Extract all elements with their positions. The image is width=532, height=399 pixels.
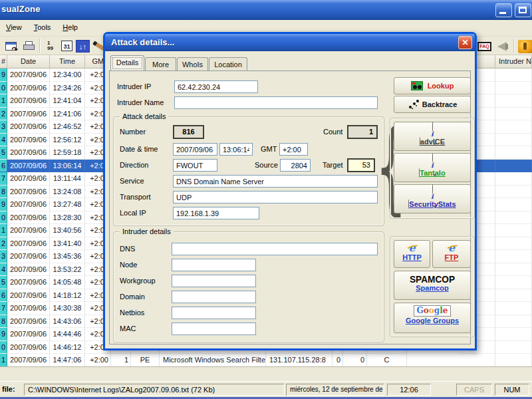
service-field[interactable] <box>173 175 378 188</box>
cell-c3: C <box>367 354 407 367</box>
cell-iname <box>495 263 532 277</box>
number-label: Number <box>120 126 146 138</box>
column-header-time[interactable]: Time <box>50 55 85 68</box>
lookup-button[interactable]: Lookup <box>394 77 471 94</box>
local-ip-field[interactable] <box>173 207 259 219</box>
calendar-button[interactable]: 31 <box>59 38 74 54</box>
cell-time: 12:46:52 <box>50 120 85 134</box>
direction-field[interactable] <box>173 159 217 172</box>
cell-num: 3 <box>0 120 7 134</box>
http-button[interactable]: e HTTP <box>394 240 430 268</box>
gmt-field[interactable] <box>279 143 308 156</box>
intruder-ip-label: Intruder IP <box>117 80 151 93</box>
mac-field[interactable] <box>172 323 256 335</box>
source-port-field[interactable] <box>280 159 311 172</box>
transport-label: Transport <box>120 191 151 203</box>
domain-field[interactable] <box>172 291 256 303</box>
cell-iname <box>495 108 532 121</box>
cell-time: 13:24:08 <box>50 186 85 199</box>
cell-num: 3 <box>0 250 7 263</box>
cell-c1: 0 <box>332 354 343 367</box>
service-label: Service <box>120 175 144 188</box>
google-groups-label: Google Groups <box>406 317 459 325</box>
tab-more[interactable]: More <box>145 57 176 71</box>
cell-num: 1 <box>0 224 7 237</box>
statusbar: file: C:\WINDOWS\Internet Logs\ZALog2007… <box>0 381 532 397</box>
sort-order-button[interactable]: ↓↑ <box>74 38 90 54</box>
app-title: sualZone <box>1 4 41 14</box>
print-button[interactable] <box>21 38 37 54</box>
cell-date: 2007/09/06 <box>7 289 50 303</box>
attack-details-group-label: Attack details <box>120 112 168 121</box>
column-header-iname[interactable]: Intruder Name <box>495 55 532 68</box>
cell-num: 1 <box>0 354 7 367</box>
cell-date: 2007/09/06 <box>7 160 50 173</box>
dns-field[interactable] <box>172 243 378 255</box>
minimize-button[interactable] <box>495 3 512 17</box>
target-port-value: 53 <box>347 158 375 172</box>
column-header-date[interactable]: Date <box>7 55 50 68</box>
tab-details[interactable]: Details <box>110 55 144 71</box>
dialog-title: Attack details... <box>111 37 174 47</box>
attack-date-field[interactable] <box>173 143 217 156</box>
print-icon <box>23 41 35 51</box>
alert-button[interactable] <box>517 38 532 54</box>
status-date: miércoles, 12 de septiembre de 2007 <box>286 384 384 396</box>
cell-time: 13:11:44 <box>50 172 85 186</box>
cell-time: 14:05:48 <box>50 276 85 289</box>
menu-tools[interactable]: Tools <box>28 20 57 37</box>
spamcop-button[interactable]: SPAMCOP Spamcop <box>394 271 471 300</box>
cell-date: 2007/09/06 <box>7 276 50 289</box>
workgroup-field[interactable] <box>172 275 256 287</box>
announce-button[interactable] <box>495 38 511 54</box>
cell-time: 14:47:06 <box>50 354 85 367</box>
dialog-close-button[interactable]: ✕ <box>458 36 472 49</box>
intruder-ip-field[interactable] <box>174 80 258 93</box>
backtrace-label: Backtrace <box>422 100 458 108</box>
tab-whois[interactable]: WhoIs <box>177 57 208 71</box>
node-field[interactable] <box>172 259 256 271</box>
toolbar-separator <box>39 39 41 53</box>
transport-field[interactable] <box>173 191 378 203</box>
spamcop-logo: SPAMCOP <box>392 273 472 285</box>
open-log-button[interactable]: ↷ <box>3 38 19 54</box>
maximize-button[interactable] <box>515 3 531 17</box>
cell-date: 2007/09/06 <box>7 224 50 237</box>
cell-date: 2007/09/06 <box>7 250 50 263</box>
cell-iname <box>495 302 532 315</box>
intruder-name-field[interactable] <box>174 96 378 109</box>
cell-date: 2007/09/06 <box>7 68 50 82</box>
binoculars-icon <box>411 81 423 90</box>
cell-iname <box>495 82 532 95</box>
ftp-button[interactable]: e FTP <box>432 240 471 268</box>
maximize-icon <box>519 7 527 13</box>
table-row[interactable]: 12007/09/0614:47:06+2:001PEMicrosoft Win… <box>0 354 532 367</box>
lookup-label: Lookup <box>428 82 454 90</box>
cell-time: 14:43:06 <box>50 315 85 329</box>
faq-button[interactable]: FAQ <box>476 38 492 54</box>
google-groups-button[interactable]: Google Google Groups <box>394 303 471 333</box>
tab-location[interactable]: Location <box>209 57 247 71</box>
cell-time: 12:34:00 <box>50 68 85 82</box>
column-header-num[interactable]: # <box>0 55 7 68</box>
intruder-name-label: Intruder Name <box>117 96 164 109</box>
dialog-body: DetailsMoreWhoIsLocation Intruder IP Int… <box>105 51 475 348</box>
menu-view[interactable]: View <box>0 20 28 37</box>
advice-button[interactable]: i advICE <box>394 122 471 151</box>
cell-iip <box>459 354 495 367</box>
cell-num: 5 <box>0 276 7 289</box>
cell-iname <box>495 134 532 147</box>
cell-date: 2007/09/06 <box>7 146 50 160</box>
netbios-field[interactable] <box>172 307 256 319</box>
ftp-label: FTP <box>445 253 459 261</box>
menu-help[interactable]: Help <box>57 20 84 37</box>
cell-num: 4 <box>0 134 7 147</box>
tantalo-button[interactable]: i Tantalo <box>394 153 471 182</box>
cell-iname <box>495 198 532 211</box>
cell-iname <box>495 211 532 225</box>
securitystats-button[interactable]: i SecurityStats <box>394 184 471 213</box>
cell-iname <box>495 146 532 160</box>
internet-explorer-icon: e <box>448 243 455 253</box>
attack-time-field[interactable] <box>219 143 253 156</box>
numeric-sort-button[interactable]: 199 <box>43 38 59 54</box>
